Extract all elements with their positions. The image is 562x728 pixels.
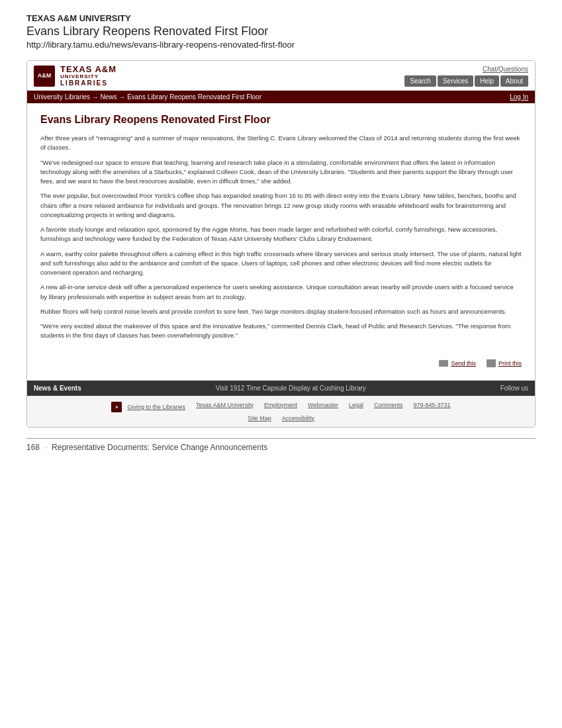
news-events-label: News & Events	[34, 385, 81, 392]
main-content: Evans Library Reopens Renovated First Fl…	[27, 103, 535, 381]
university-header: A&M TEXAS A&M UNIVERSITY LIBRARIES Chat/…	[27, 61, 535, 91]
paragraph-7: Rubber floors will help control noise le…	[40, 307, 522, 316]
nav-search[interactable]: Search	[404, 75, 436, 87]
paragraph-2: "We've redesigned our space to ensure th…	[40, 158, 522, 187]
caption-text: Representative Documents: Service Change…	[52, 443, 267, 452]
footer-legal[interactable]: Legal	[349, 402, 363, 412]
nav-buttons: Search Services Help About	[404, 75, 528, 87]
footer-logo: A Giving to the Libraries	[111, 402, 185, 412]
footer-accessibility[interactable]: Accessibility	[282, 415, 314, 422]
print-icon	[487, 359, 496, 367]
meta-header: TEXAS A&M UNIVERSITY Evans Library Reope…	[26, 13, 536, 50]
meta-institution: TEXAS A&M UNIVERSITY	[26, 13, 536, 23]
footer-sitemap[interactable]: Site Map	[248, 415, 271, 422]
logo-text-main: TEXAS A&M	[60, 65, 117, 73]
footer-row-1: A Giving to the Libraries Texas A&M Univ…	[34, 402, 528, 412]
footer-emblem: A	[111, 402, 122, 412]
paragraph-3: The ever popular, but overcrowded Poor Y…	[40, 191, 522, 220]
breadcrumb: University Libraries → News → Evans Libr…	[34, 93, 261, 101]
footer-tamu[interactable]: Texas A&M University	[196, 402, 254, 412]
print-this-link[interactable]: Print this	[487, 359, 522, 367]
paragraph-5: A warm, earthy color palette throughout …	[40, 250, 522, 278]
page-number: 168	[26, 443, 40, 452]
footer-comments[interactable]: Comments	[374, 402, 403, 412]
footer-webmaster[interactable]: Webmaster	[308, 402, 338, 412]
footer: A Giving to the Libraries Texas A&M Univ…	[27, 396, 535, 427]
article-body: After three years of "reimagining" and a…	[40, 134, 522, 341]
logo-text: TEXAS A&M UNIVERSITY LIBRARIES	[60, 65, 117, 87]
nav-help[interactable]: Help	[475, 75, 499, 87]
news-bar-feature[interactable]: Visit 1912 Time Capsule Display at Cushi…	[216, 385, 366, 392]
meta-title: Evans Library Reopens Renovated First Fl…	[26, 24, 536, 38]
logo-emblem: A&M	[34, 66, 55, 87]
breadcrumb-bar: University Libraries → News → Evans Libr…	[27, 91, 535, 103]
news-bar: News & Events Visit 1912 Time Capsule Di…	[27, 381, 535, 396]
log-in-link[interactable]: Log In	[510, 93, 528, 101]
footer-row-2: Site Map Accessibility	[34, 415, 528, 422]
follow-us-label[interactable]: Follow us	[500, 385, 528, 392]
article-actions: Send this Print this	[40, 354, 522, 367]
send-icon	[439, 360, 448, 367]
footer-giving[interactable]: Giving to the Libraries	[127, 404, 185, 410]
nav-about[interactable]: About	[500, 75, 528, 87]
article-title: Evans Library Reopens Renovated First Fl…	[40, 114, 522, 126]
header-right: Chat/Questions Search Services Help Abou…	[404, 66, 528, 87]
nav-services[interactable]: Services	[438, 75, 473, 87]
paragraph-8: "We're very excited about the makeover o…	[40, 322, 522, 341]
browser-frame: A&M TEXAS A&M UNIVERSITY LIBRARIES Chat/…	[26, 60, 536, 428]
bottom-caption: 168 · Representative Documents: Service …	[26, 438, 536, 452]
paragraph-1: After three years of "reimagining" and a…	[40, 134, 522, 153]
meta-url: http://library.tamu.edu/news/evans-libra…	[26, 40, 536, 50]
logo-university: UNIVERSITY	[60, 73, 117, 79]
chat-link[interactable]: Chat/Questions	[483, 66, 528, 73]
logo-libraries: LIBRARIES	[60, 79, 117, 87]
caption-separator: ·	[44, 443, 49, 452]
footer-phone: 979-845-3731	[413, 402, 450, 412]
logo-area: A&M TEXAS A&M UNIVERSITY LIBRARIES	[34, 65, 117, 87]
send-this-link[interactable]: Send this	[439, 359, 476, 367]
paragraph-6: A new all-in-one service desk will offer…	[40, 283, 522, 302]
paragraph-4: A favorite study lounge and relaxation s…	[40, 225, 522, 244]
footer-employment[interactable]: Employment	[264, 402, 297, 412]
